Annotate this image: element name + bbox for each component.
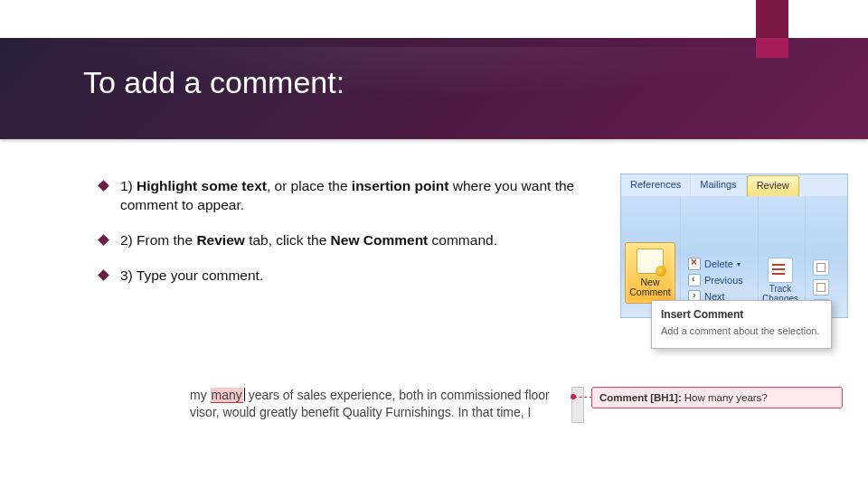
comment-connector-icon: [574, 397, 592, 398]
tab-mailings[interactable]: Mailings: [691, 174, 746, 196]
group-misc: [806, 196, 836, 317]
btn-label: Delete: [704, 258, 733, 269]
ribbon-body: New Comment Delete ▾ Previous Next Comme…: [621, 196, 847, 317]
document-excerpt: my many years of sales experience, both …: [190, 387, 573, 421]
bold-text: Review: [196, 232, 244, 248]
text-frag: 1): [120, 178, 137, 193]
list-item: 2) From the Review tab, click the New Co…: [99, 231, 606, 250]
content-area: 1) Highlight some text, or place the ins…: [99, 177, 606, 302]
reviewing-pane-icon[interactable]: [813, 279, 829, 296]
track-changes-button[interactable]: Track Changes: [762, 258, 798, 304]
doc-text: years of sales experience, both in commi…: [245, 388, 550, 402]
tab-review[interactable]: Review: [747, 175, 799, 196]
list-item: 1) Highlight some text, or place the ins…: [99, 177, 606, 215]
text-frag: command.: [428, 232, 497, 248]
comment-text: How many years?: [684, 392, 768, 403]
comment-balloon[interactable]: Comment [BH1]: How many years?: [591, 387, 843, 408]
doc-text: my: [190, 388, 211, 402]
text-frag: 2) From the: [120, 232, 196, 248]
btn-label: Previous: [704, 275, 743, 286]
new-comment-label: New Comment: [627, 277, 673, 297]
slide: To add a comment: 1) Highlight some text…: [0, 0, 868, 488]
group-new-comment: New Comment: [621, 196, 681, 317]
delete-button[interactable]: Delete ▾: [684, 257, 754, 271]
slide-title: To add a comment:: [83, 65, 344, 100]
track-changes-icon: [768, 258, 793, 283]
balloons-icon[interactable]: [813, 259, 829, 276]
bullet-icon: [98, 180, 109, 192]
group-tracking: Track Changes: [759, 196, 806, 317]
tooltip-desc: Add a comment about the selection.: [661, 324, 822, 337]
bold-text: Highlight some text: [137, 178, 267, 193]
bullet-icon: [98, 269, 109, 281]
tooltip-title: Insert Comment: [661, 308, 822, 321]
selected-text[interactable]: many: [211, 388, 243, 403]
scrollbar[interactable]: [571, 387, 584, 423]
tooltip: Insert Comment Add a comment about the s…: [651, 300, 832, 349]
delete-icon: [688, 258, 701, 270]
tab-references[interactable]: References: [621, 174, 691, 196]
new-comment-icon: [637, 249, 664, 274]
previous-button[interactable]: Previous: [684, 273, 754, 287]
text-frag: 3) Type your comment.: [120, 267, 263, 283]
text-frag: tab, click the: [245, 232, 331, 248]
previous-icon: [688, 274, 701, 286]
text-frag: , or place the: [267, 178, 352, 193]
word-ribbon: References Mailings Review New Comment D…: [620, 174, 848, 318]
group-comments: Delete ▾ Previous Next Comments: [681, 196, 759, 317]
bold-text: insertion point: [352, 178, 449, 193]
doc-text: visor, would greatly benefit Quality Fur…: [190, 405, 531, 419]
accent-tab-back: [756, 0, 788, 38]
new-comment-button[interactable]: New Comment: [625, 242, 675, 304]
ribbon-tabs: References Mailings Review: [621, 174, 847, 196]
bold-text: New Comment: [331, 232, 429, 248]
list-item: 3) Type your comment.: [99, 267, 606, 286]
comment-label: Comment [BH1]:: [599, 392, 682, 403]
bullet-icon: [98, 234, 109, 246]
